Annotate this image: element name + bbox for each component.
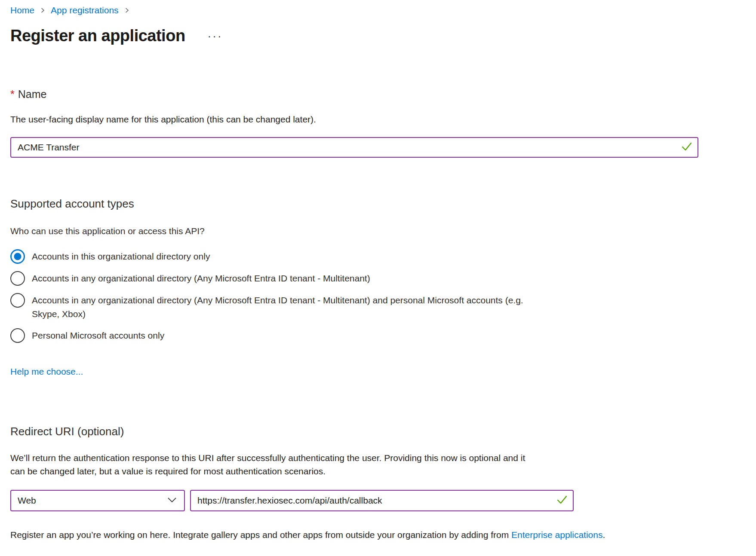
enterprise-applications-link[interactable]: Enterprise applications	[511, 530, 602, 540]
chevron-right-icon	[40, 7, 46, 13]
radio-button[interactable]	[10, 328, 25, 343]
chevron-down-icon	[167, 495, 177, 506]
radio-option-single-tenant[interactable]: Accounts in this organizational director…	[10, 249, 746, 264]
chevron-right-icon	[124, 7, 130, 13]
breadcrumb-link-app-registrations[interactable]: App registrations	[51, 5, 119, 15]
name-label-text: Name	[18, 88, 47, 100]
radio-option-multitenant-personal[interactable]: Accounts in any organizational directory…	[10, 293, 746, 321]
radio-button[interactable]	[10, 293, 25, 308]
platform-selected-value: Web	[18, 495, 36, 506]
radio-button[interactable]	[10, 249, 25, 264]
radio-option-label: Accounts in any organizational directory…	[32, 271, 370, 285]
footer-text-after: .	[602, 530, 605, 540]
radio-option-multitenant[interactable]: Accounts in any organizational directory…	[10, 271, 746, 286]
name-field-label: *Name	[10, 88, 746, 101]
breadcrumb-link-home[interactable]: Home	[10, 5, 34, 15]
account-types-radio-group: Accounts in this organizational director…	[10, 249, 746, 343]
app-name-input[interactable]	[10, 137, 698, 158]
redirect-uri-description: We’ll return the authentication response…	[10, 451, 526, 478]
page-title: Register an application	[10, 27, 185, 45]
ellipsis-icon[interactable]: ···	[208, 31, 223, 42]
redirect-uri-input[interactable]	[190, 490, 574, 511]
radio-option-personal-only[interactable]: Personal Microsoft accounts only	[10, 328, 746, 343]
checkmark-icon	[556, 495, 568, 506]
breadcrumb: Home App registrations	[10, 5, 746, 15]
supported-account-types-heading: Supported account types	[10, 197, 746, 211]
radio-option-label: Personal Microsoft accounts only	[32, 328, 164, 342]
radio-option-label: Accounts in any organizational directory…	[32, 293, 526, 321]
checkmark-icon	[681, 142, 692, 153]
help-me-choose-link[interactable]: Help me choose...	[10, 367, 83, 377]
footer-text-before: Register an app you’re working on here. …	[10, 530, 511, 540]
radio-option-label: Accounts in this organizational director…	[32, 249, 210, 263]
radio-button[interactable]	[10, 271, 25, 286]
required-asterisk: *	[10, 88, 15, 100]
account-types-question: Who can use this application or access t…	[10, 226, 746, 236]
name-field-description: The user-facing display name for this ap…	[10, 113, 746, 126]
redirect-uri-heading: Redirect URI (optional)	[10, 425, 746, 438]
footer-note: Register an app you’re working on here. …	[10, 529, 746, 541]
platform-select[interactable]: Web	[10, 490, 185, 511]
